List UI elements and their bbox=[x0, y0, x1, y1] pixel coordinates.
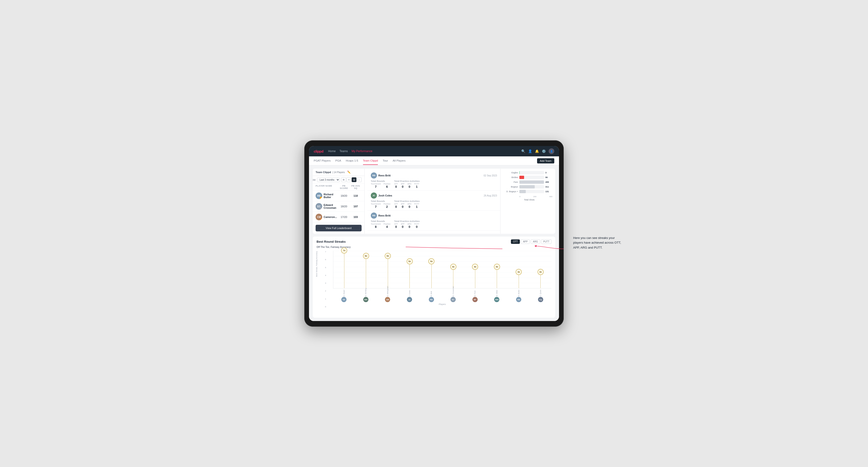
player-x-name: D. Billingham bbox=[386, 289, 389, 297]
tab-pgat[interactable]: PGAT Players bbox=[314, 157, 331, 165]
bar-wrap bbox=[519, 185, 544, 188]
player-x-name: R. Britt bbox=[430, 289, 432, 297]
table-row[interactable]: RB 1 Richard Butler 19/20 110 bbox=[313, 191, 365, 201]
bar-label: D. Bogeys + bbox=[506, 190, 518, 193]
streak-bubble[interactable]: 4x bbox=[450, 264, 456, 270]
avatar[interactable]: 👤 bbox=[549, 148, 554, 154]
filter-ott[interactable]: OTT bbox=[511, 239, 520, 244]
bar-wrap bbox=[519, 176, 544, 179]
player-x-avatar: DB bbox=[385, 297, 390, 302]
tournament-val-1: 7 bbox=[375, 185, 377, 188]
x-axis-label: Players bbox=[333, 303, 552, 305]
bar-fill bbox=[519, 176, 524, 179]
streak-bubble[interactable]: 6x bbox=[363, 253, 369, 259]
scatter-column: 5x bbox=[407, 258, 413, 288]
scatter-x-item: E. CrossmanEC bbox=[442, 289, 464, 302]
player-stat-card-3: RB Rees Britt Total Rounds Tournament bbox=[368, 211, 500, 231]
player-x-avatar: EE bbox=[341, 297, 346, 302]
scatter-column: 4x bbox=[472, 264, 478, 288]
scatter-x-item: B. FordBF bbox=[464, 289, 486, 302]
scatter-x-item: J. ColesJC bbox=[399, 289, 421, 302]
scatter-column: 3x bbox=[516, 269, 522, 288]
chart-bar-row: Birdies 96 bbox=[506, 176, 552, 179]
stats-panel: RB Rees Britt 02 Sep 2023 Total Rounds T… bbox=[368, 168, 500, 234]
tab-tour[interactable]: Tour bbox=[382, 157, 388, 165]
player-x-avatar: BM bbox=[363, 297, 368, 302]
scatter-x-labels: E. EwartEEB. McHargBMD. BillinghamDBJ. C… bbox=[333, 288, 552, 302]
player-avg-1: 110 bbox=[350, 194, 362, 197]
nav-teams[interactable]: Teams bbox=[339, 149, 348, 154]
player-x-avatar: RB bbox=[516, 297, 521, 302]
search-icon[interactable]: 🔍 bbox=[521, 149, 525, 153]
filter-putt[interactable]: PUTT bbox=[541, 239, 552, 244]
player-x-avatar: CQ bbox=[538, 297, 543, 302]
player-score-2: 18/20 bbox=[338, 205, 350, 208]
scatter-stem bbox=[431, 264, 432, 288]
bar-value: 131 bbox=[545, 190, 552, 193]
period-select[interactable]: Last 3 months bbox=[317, 178, 340, 182]
bar-value: 499 bbox=[545, 181, 552, 183]
team-count: | 14 Players bbox=[332, 171, 345, 174]
streak-bubble[interactable]: 5x bbox=[407, 258, 413, 264]
bar-chart: Eagles 3 Birdies 96 Pars 499 Bogeys 311 … bbox=[506, 171, 552, 193]
table-row[interactable]: CM 3 Cameron... 17/20 103 bbox=[313, 212, 365, 222]
player-avatar-3: CM 3 bbox=[316, 214, 322, 220]
add-team-button[interactable]: Add Team bbox=[537, 158, 554, 163]
stat-date-2: 26 Aug 2023 bbox=[484, 194, 497, 197]
table-row[interactable]: EC 2 Edward Crossman 18/20 107 bbox=[313, 201, 365, 212]
player-score-3: 17/20 bbox=[338, 216, 350, 218]
view-full-leaderboard-button[interactable]: View Full Leaderboard bbox=[316, 225, 362, 231]
player-x-name: E. Crossman bbox=[452, 289, 454, 297]
scatter-x-item: D. BillinghamDB bbox=[377, 289, 399, 302]
streak-bubble[interactable]: 6x bbox=[385, 253, 391, 259]
bar-value: 96 bbox=[545, 176, 552, 179]
player-name-3: Cameron... bbox=[323, 216, 338, 218]
streak-bubble[interactable]: 5x bbox=[428, 258, 434, 264]
filter-arg[interactable]: ARG bbox=[531, 239, 540, 244]
chart-bar-row: Pars 499 bbox=[506, 181, 552, 184]
leaderboard-header: PLAYER NAME PB SCORE PB AVG SQ bbox=[313, 184, 365, 191]
player-avatar-2: EC 2 bbox=[316, 203, 322, 210]
scatter-column: 6x bbox=[363, 253, 369, 288]
filter-app[interactable]: APP bbox=[521, 239, 530, 244]
player-avg-2: 107 bbox=[350, 205, 362, 208]
nav-my-performance[interactable]: My Performance bbox=[352, 149, 372, 154]
streak-bubble[interactable]: 4x bbox=[494, 264, 500, 270]
scatter-column: 3x bbox=[537, 269, 544, 288]
detail-view-btn[interactable]: ▤ bbox=[352, 177, 356, 182]
grid-view-btn[interactable]: ⊞ bbox=[341, 177, 346, 182]
player-stat-card-2: JC Josh Coles 26 Aug 2023 Total Rounds T… bbox=[368, 191, 500, 211]
bell-icon[interactable]: 🔔 bbox=[535, 149, 539, 153]
stat-name-1: Rees Britt bbox=[378, 174, 391, 177]
scatter-column: 4x bbox=[450, 264, 456, 288]
streak-bubble[interactable]: 7x bbox=[341, 247, 347, 253]
nav-home[interactable]: Home bbox=[328, 149, 336, 154]
tab-all-players[interactable]: All Players bbox=[393, 157, 405, 165]
bar-fill bbox=[519, 171, 520, 174]
user-icon[interactable]: 👤 bbox=[528, 149, 532, 153]
tab-hcaps[interactable]: Hcaps 1-5 bbox=[346, 157, 358, 165]
stat-avatar-2: JC bbox=[371, 192, 377, 198]
tab-pga[interactable]: PGA bbox=[335, 157, 341, 165]
scatter-x-item: M. MillerMM bbox=[486, 289, 508, 302]
export-btn[interactable]: ↓ bbox=[357, 177, 362, 182]
stat-date-1: 02 Sep 2023 bbox=[484, 174, 497, 177]
tab-team-clippd[interactable]: Team Clippd bbox=[363, 157, 378, 165]
bar-fill bbox=[519, 181, 544, 184]
streak-bubble[interactable]: 4x bbox=[472, 264, 478, 270]
main-content: Team Clippd | 14 Players ✏️ Show Last 3 … bbox=[309, 165, 559, 321]
bar-label: Eagles bbox=[506, 172, 518, 174]
streak-bubble[interactable]: 3x bbox=[537, 269, 544, 275]
scatter-chart-wrapper: Best Streak, Fairway Accuracy 7 6 5 4 3 … bbox=[316, 251, 552, 315]
player-x-name: J. Coles bbox=[408, 289, 411, 297]
scatter-column: 7x bbox=[341, 247, 347, 288]
chart-bar-row: Bogeys 311 bbox=[506, 185, 552, 188]
list-view-btn[interactable]: ≡ bbox=[346, 177, 351, 182]
top-section: Team Clippd | 14 Players ✏️ Show Last 3 … bbox=[313, 168, 555, 234]
y-axis-label: Best Streak, Fairway Accuracy bbox=[316, 263, 318, 277]
settings-icon[interactable]: ⚙️ bbox=[542, 149, 546, 153]
streak-bubble[interactable]: 3x bbox=[516, 269, 522, 275]
edit-icon[interactable]: ✏️ bbox=[347, 170, 351, 174]
player-x-avatar: EC bbox=[451, 297, 456, 302]
streaks-header: Best Round Streaks OTT APP ARG PUTT bbox=[316, 239, 552, 244]
